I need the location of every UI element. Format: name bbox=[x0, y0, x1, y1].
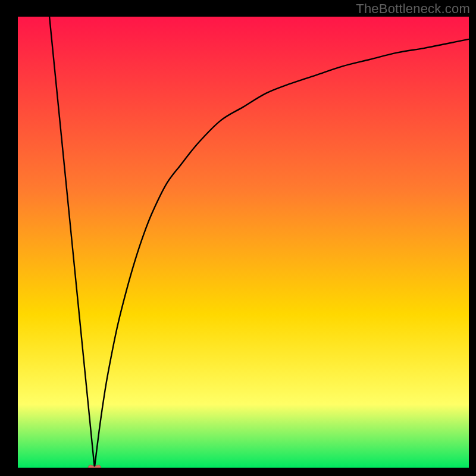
gradient-background bbox=[18, 17, 469, 468]
chart-svg bbox=[18, 17, 469, 468]
watermark-text: TheBottleneck.com bbox=[356, 1, 470, 17]
plot-area bbox=[18, 17, 469, 468]
chart-container: TheBottleneck.com bbox=[0, 0, 476, 476]
